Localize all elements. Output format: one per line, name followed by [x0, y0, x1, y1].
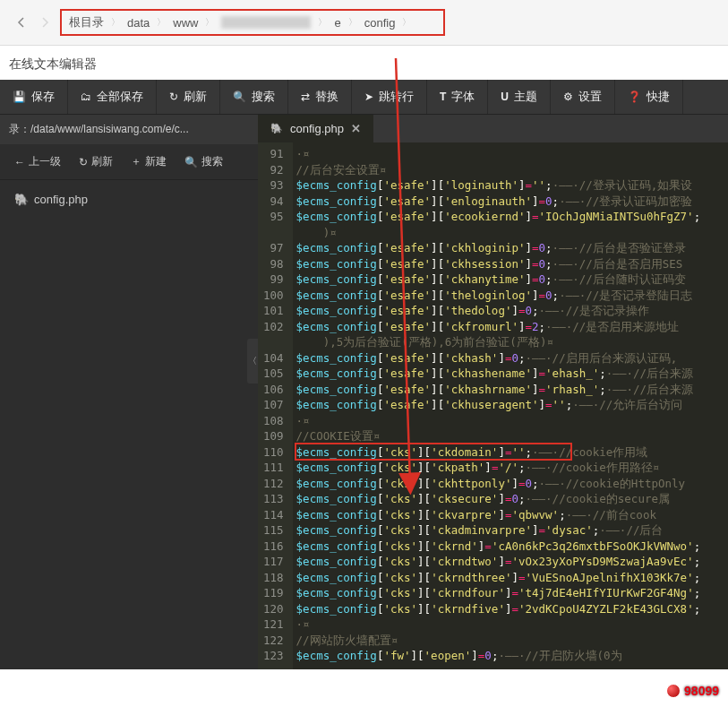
code-line[interactable]: $ecms_config['cks']['ckhttponly']=0;·——·…	[293, 476, 728, 492]
breadcrumb-item[interactable]: www	[173, 16, 198, 30]
theme-icon: U	[501, 91, 509, 103]
save-all-button[interactable]: 🗂全部保存	[68, 80, 157, 114]
chevron-right-icon: 〉	[402, 16, 411, 29]
app-title: 在线文本编辑器	[0, 46, 728, 80]
mini-label: 刷新	[91, 154, 113, 169]
code-line[interactable]: $ecms_config['esafe']['loginauth']='';·—…	[293, 177, 728, 194]
chevron-right-icon: 〉	[318, 16, 327, 29]
editor-toolbar: 💾保存 🗂全部保存 ↻刷新 🔍搜索 ⇄替换 ➤跳转行 T字体 U主题 ⚙设置 ❓…	[0, 80, 728, 115]
main-area: 录：/data/www/lansisiwang.com/e/c... ←上一级 …	[0, 115, 728, 669]
panel-search-button[interactable]: 🔍搜索	[177, 150, 230, 174]
code-line[interactable]: $ecms_config['esafe']['ckhsession']=0;·—…	[293, 256, 728, 272]
chevron-right-icon: 〉	[111, 16, 120, 29]
toolbar-label: 主题	[514, 89, 537, 105]
breadcrumb-item-obscured[interactable]	[221, 16, 311, 29]
breadcrumb-item[interactable]: config	[364, 16, 396, 30]
code-area[interactable]: 9192939495 979899100101102 1041051061071…	[258, 142, 728, 669]
editor-tabs: 🐘 config.php ✕	[258, 115, 728, 142]
code-line[interactable]: $ecms_config['cks']['ckvarpre']='qbwvw';…	[293, 507, 728, 523]
font-button[interactable]: T字体	[427, 80, 488, 114]
line-number-gutter: 9192939495 979899100101102 1041051061071…	[258, 142, 293, 669]
code-line[interactable]: $ecms_config['cks']['ckadminvarpre']='dy…	[293, 522, 728, 539]
code-line[interactable]: $ecms_config['cks']['ckdomain']='';·——·/…	[293, 444, 728, 461]
code-line[interactable]: $ecms_config['fw']['eopen']=0;·——·//开启防火…	[293, 648, 728, 664]
code-line[interactable]: ·¤	[293, 146, 728, 162]
code-line[interactable]: //网站防火墙配置¤	[293, 633, 728, 649]
close-tab-button[interactable]: ✕	[351, 122, 361, 135]
code-line[interactable]: $ecms_config['cks']['cksecure']=0;·——·//…	[293, 491, 728, 507]
code-line[interactable]: $ecms_config['esafe']['ckhash']=0;·——·//…	[293, 350, 728, 366]
search-button[interactable]: 🔍搜索	[220, 80, 288, 114]
code-line[interactable]: ·¤	[293, 616, 728, 633]
watermark-text: 98099	[684, 684, 719, 698]
php-file-icon: 🐘	[14, 193, 29, 206]
goto-icon: ➤	[364, 91, 373, 103]
collapse-panel-button[interactable]: 〈	[247, 339, 258, 384]
code-line[interactable]: $ecms_config['cks']['ckrndfour']='t4j7dE…	[293, 585, 728, 601]
breadcrumb-item[interactable]: data	[127, 16, 150, 30]
search-icon: 🔍	[233, 91, 246, 103]
new-file-button[interactable]: ＋新建	[124, 150, 174, 174]
code-line[interactable]: //后台安全设置¤	[293, 162, 728, 178]
breadcrumb-item[interactable]: e	[334, 16, 340, 30]
shortcut-button[interactable]: ❓快捷	[615, 80, 683, 114]
breadcrumb: 根目录 〉 data 〉 www 〉 〉 e 〉 config 〉	[60, 9, 445, 36]
mini-label: 新建	[145, 154, 167, 169]
nav-back-button[interactable]	[13, 14, 30, 30]
mini-label: 上一级	[29, 154, 61, 169]
toolbar-label: 字体	[451, 89, 475, 105]
chevron-right-icon: 〉	[157, 16, 166, 29]
theme-button[interactable]: U主题	[488, 80, 551, 114]
code-line[interactable]: $ecms_config['esafe']['ecookiernd']='IOc…	[293, 209, 728, 225]
refresh-icon: ↻	[79, 156, 88, 168]
nav-forward-button[interactable]	[37, 14, 53, 30]
toolbar-label: 设置	[578, 89, 602, 105]
save-button[interactable]: 💾保存	[0, 80, 68, 114]
breadcrumb-bar: 根目录 〉 data 〉 www 〉 〉 e 〉 config 〉	[0, 0, 728, 46]
file-item[interactable]: 🐘 config.php	[9, 189, 249, 210]
toolbar-label: 全部保存	[97, 89, 143, 105]
search-icon: 🔍	[184, 156, 198, 168]
code-line[interactable]: $ecms_config['esafe']['ckhuseragent']=''…	[293, 397, 728, 413]
panel-refresh-button[interactable]: ↻刷新	[72, 150, 120, 174]
code-line[interactable]: $ecms_config['cks']['ckrndtwo']='vOx23yX…	[293, 554, 728, 570]
code-line[interactable]: ·¤	[293, 413, 728, 429]
code-line[interactable]: //COOKIE设置¤	[293, 428, 728, 444]
arrow-left-icon: ←	[14, 156, 25, 168]
settings-button[interactable]: ⚙设置	[551, 80, 615, 114]
toolbar-label: 保存	[31, 89, 55, 105]
code-line[interactable]: $ecms_config['esafe']['enloginauth']=0;·…	[293, 194, 728, 210]
font-icon: T	[440, 91, 446, 103]
code-line[interactable]: $ecms_config['esafe']['ckhanytime']=0;·—…	[293, 272, 728, 288]
goto-line-button[interactable]: ➤跳转行	[352, 80, 427, 114]
code-line[interactable]: $ecms_config['esafe']['theloginlog']=0;·…	[293, 288, 728, 304]
plus-icon: ＋	[131, 154, 141, 169]
php-file-icon: 🐘	[270, 123, 283, 134]
toolbar-label: 刷新	[184, 89, 207, 105]
code-line[interactable]: $ecms_config['cks']['ckpath']='/';·——·//…	[293, 460, 728, 476]
watermark: 98099	[666, 684, 719, 698]
code-line[interactable]: $ecms_config['cks']['ckrnd']='cA0n6kPc3q…	[293, 539, 728, 555]
code-line[interactable]: $ecms_config['cks']['ckrndthree']='VuESn…	[293, 570, 728, 586]
refresh-icon: ↻	[169, 91, 178, 103]
code-line[interactable]: $ecms_config['esafe']['ckhashrname']='rh…	[293, 382, 728, 398]
file-panel: 录：/data/www/lansisiwang.com/e/c... ←上一级 …	[0, 115, 258, 669]
code-content[interactable]: ·¤//后台安全设置¤$ecms_config['esafe']['logina…	[293, 142, 728, 669]
toolbar-label: 跳转行	[379, 89, 414, 105]
replace-button[interactable]: ⇄替换	[288, 80, 352, 114]
file-name-label: config.php	[34, 193, 88, 206]
editor-tab[interactable]: 🐘 config.php ✕	[258, 115, 373, 142]
up-level-button[interactable]: ←上一级	[7, 150, 68, 174]
code-line[interactable]: $ecms_config['cks']['ckrndfive']='2vdKCp…	[293, 601, 728, 617]
breadcrumb-root[interactable]: 根目录	[69, 14, 104, 30]
logo-icon	[666, 684, 681, 698]
code-line[interactable]: $ecms_config['esafe']['ckfromurl']=2;·——…	[293, 319, 728, 335]
toolbar-label: 快捷	[647, 89, 670, 105]
code-line[interactable]: $ecms_config['esafe']['thedolog']=0;·——·…	[293, 303, 728, 319]
help-icon: ❓	[628, 91, 641, 103]
current-path: 录：/data/www/lansisiwang.com/e/c...	[0, 115, 258, 144]
refresh-button[interactable]: ↻刷新	[157, 80, 220, 114]
code-line[interactable]: $ecms_config['esafe']['ckhloginip']=0;·—…	[293, 240, 728, 256]
toolbar-label: 替换	[315, 89, 338, 105]
code-line[interactable]: $ecms_config['esafe']['ckhashename']='eh…	[293, 366, 728, 382]
